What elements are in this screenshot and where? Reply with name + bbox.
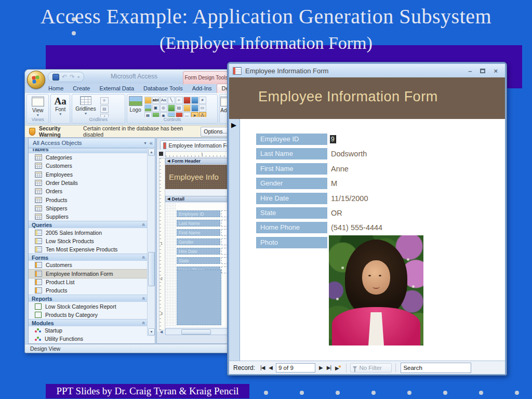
nav-item-table[interactable]: Orders — [29, 187, 148, 195]
tab-home[interactable]: Home — [44, 84, 68, 93]
last-name-value[interactable]: Dodsworth — [331, 150, 367, 158]
toggle-control-icon[interactable] — [191, 104, 198, 112]
design-label[interactable]: First Name — [177, 229, 220, 236]
nav-item-table[interactable]: Categories — [29, 153, 148, 162]
gender-value[interactable]: M — [331, 179, 337, 188]
shutter-bar-close-icon[interactable]: « — [150, 140, 153, 146]
form-header-section-bar[interactable]: ◀ Form Header — [165, 158, 231, 164]
form-title-bar[interactable]: Employee Information Form – × — [229, 64, 505, 77]
nav-item-query[interactable]: Ten Most Expensive Products — [29, 245, 148, 254]
last-record-button[interactable]: ▶| — [327, 365, 331, 370]
qat-more-icon[interactable]: ▾ — [77, 74, 79, 80]
nav-item-form[interactable]: Product List — [29, 278, 148, 286]
detail-section-bar[interactable]: ◀ Detail — [165, 196, 231, 202]
nav-item-table[interactable]: Products — [29, 195, 148, 204]
previous-record-button[interactable]: ◀ — [269, 365, 272, 370]
no-filter-button[interactable]: No Filter — [350, 363, 392, 373]
nav-item-report[interactable]: Low Stock Categories Report — [29, 302, 148, 310]
tab-control-icon[interactable]: ⌐ — [176, 97, 183, 104]
scrollbar-thumb[interactable] — [148, 252, 155, 286]
collapse-group-icon[interactable]: « — [141, 297, 147, 300]
textbox-control-icon[interactable]: abl — [152, 97, 159, 104]
nav-item-query[interactable]: 2005 Sales Information — [29, 228, 148, 236]
options-button[interactable]: Options... — [201, 127, 231, 137]
subform-control-icon[interactable] — [191, 97, 198, 104]
next-record-button[interactable]: ▶ — [319, 365, 323, 370]
design-document-tab[interactable]: Employee Information Form — [160, 140, 232, 151]
nav-item-table[interactable]: Shippers — [29, 204, 148, 212]
nav-item-table[interactable]: Employees — [29, 170, 148, 179]
font-button[interactable]: Aa Font ▾ — [51, 95, 70, 116]
page-break-control-icon[interactable]: ≠ — [199, 97, 206, 104]
nav-group-tables[interactable]: Tables — [29, 148, 148, 153]
tab-add-ins[interactable]: Add-Ins — [188, 84, 217, 93]
collapse-group-icon[interactable]: « — [141, 223, 147, 227]
border-width-icon[interactable]: ▤ — [100, 105, 109, 113]
hire-date-value[interactable]: 11/15/2000 — [331, 194, 368, 203]
tab-database-tools[interactable]: Database Tools — [139, 84, 188, 93]
scroll-up-icon[interactable]: ▲ — [148, 149, 155, 156]
first-name-value[interactable]: Anne — [331, 165, 349, 173]
rectangle-control-icon[interactable]: ▭ — [199, 104, 206, 112]
collapse-group-icon[interactable]: « — [141, 256, 147, 259]
undo-icon[interactable]: ↶ — [62, 74, 67, 80]
nav-item-table[interactable]: Order Details — [29, 179, 148, 187]
tab-create[interactable]: Create — [68, 84, 95, 93]
nav-item-form[interactable]: Customers — [29, 261, 148, 269]
nav-group-modules[interactable]: Modules« — [29, 319, 148, 326]
restore-button[interactable] — [480, 69, 485, 73]
label-control-icon[interactable]: Aa — [160, 97, 167, 104]
image-control-icon[interactable] — [144, 104, 152, 112]
scroll-left-icon[interactable]: ◀ — [158, 329, 164, 335]
design-label[interactable]: State — [177, 257, 220, 264]
first-record-button[interactable]: |◀ — [260, 365, 264, 370]
new-record-button[interactable]: ▶* — [335, 364, 340, 371]
close-button[interactable]: × — [494, 67, 498, 75]
current-record-box[interactable]: 9 of 9 — [276, 363, 315, 373]
chart-control-icon[interactable] — [183, 97, 191, 104]
search-input[interactable] — [401, 363, 471, 373]
form-selector-box[interactable] — [159, 152, 163, 156]
scroll-down-icon[interactable]: ▼ — [148, 328, 155, 336]
nav-scrollbar[interactable]: ▲ ▼ — [147, 148, 154, 336]
border-style-icon[interactable]: ≡ — [100, 97, 109, 104]
nav-pane-header[interactable]: All Access Objects ▾ « — [29, 138, 155, 148]
state-value[interactable]: OR — [331, 209, 342, 217]
design-photo-control[interactable] — [177, 270, 221, 325]
title-control-icon[interactable] — [144, 97, 152, 104]
employee-id-value[interactable]: 9 — [330, 135, 336, 143]
checkbox-control-icon[interactable]: ▣ — [152, 104, 159, 112]
tab-external-data[interactable]: External Data — [95, 84, 139, 93]
nav-dropdown-icon[interactable]: ▾ — [144, 141, 147, 145]
employee-photo[interactable] — [329, 235, 423, 345]
design-header-area[interactable]: Employee Info — [165, 165, 231, 189]
button-control-icon[interactable] — [183, 104, 191, 112]
design-label[interactable]: Last Name — [177, 220, 220, 227]
nav-group-reports[interactable]: Reports« — [29, 295, 148, 302]
line-control-icon[interactable]: ╲ — [168, 97, 175, 104]
nav-item-query[interactable]: Low Stock Products — [29, 237, 148, 245]
listbox-control-icon[interactable] — [168, 104, 175, 112]
design-label[interactable]: Gender — [177, 238, 220, 245]
nav-item-module[interactable]: Startup — [29, 326, 148, 335]
office-button[interactable] — [27, 71, 45, 89]
detail-grid-area[interactable]: Employee ID Last Name First Name Gender … — [165, 203, 231, 327]
collapse-group-icon[interactable]: « — [141, 322, 147, 325]
nav-item-table[interactable]: Suppliers — [29, 212, 148, 221]
minimize-button[interactable]: – — [468, 67, 472, 75]
option-control-icon[interactable]: ◎ — [160, 104, 167, 112]
nav-item-form-selected[interactable]: Employee Information Form — [29, 270, 148, 278]
design-label[interactable]: Hire Date — [177, 248, 220, 255]
scrollbar-thumb[interactable] — [181, 329, 211, 335]
home-phone-value[interactable]: (541) 555-4444 — [331, 223, 382, 232]
design-horizontal-scrollbar[interactable]: ◀ — [165, 328, 230, 335]
record-selector-strip[interactable]: ▶ — [229, 119, 240, 361]
view-button[interactable]: View ▾ — [27, 95, 48, 117]
nav-item-report[interactable]: Products by Category — [29, 311, 148, 319]
design-label[interactable]: Employee ID — [177, 210, 220, 217]
nav-item-module[interactable]: Utility Functions — [29, 335, 148, 343]
nav-group-forms[interactable]: Forms« — [29, 254, 148, 261]
save-icon[interactable] — [52, 74, 59, 81]
nav-item-table[interactable]: Customers — [29, 162, 148, 170]
nav-item-form[interactable]: Products — [29, 286, 148, 295]
